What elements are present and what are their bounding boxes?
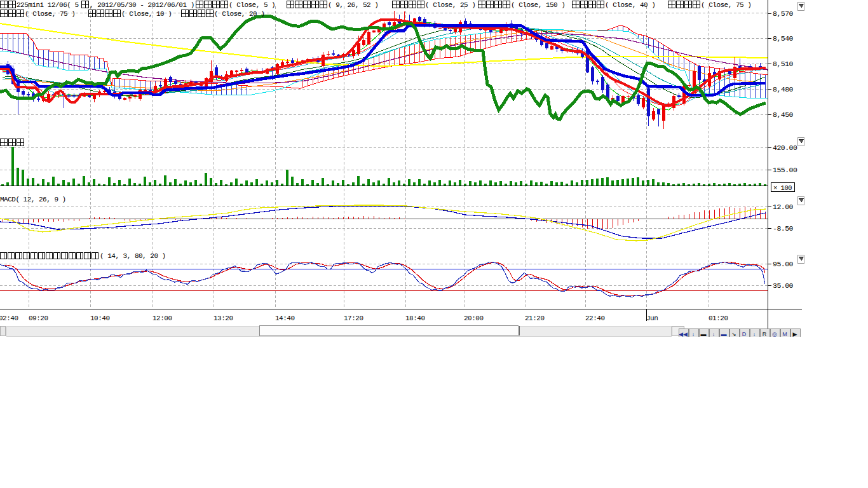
svg-text:▶: ▶	[793, 331, 797, 337]
svg-text:( Close, 40 ): ( Close, 40 )	[605, 1, 655, 9]
svg-text:17:20: 17:20	[344, 315, 363, 322]
svg-text:↓: ↓	[753, 331, 756, 337]
svg-text:( Close, 10 ): ( Close, 10 )	[121, 10, 172, 18]
svg-text:( Close, 75 ): ( Close, 75 )	[701, 1, 751, 9]
svg-text:( Close, 25 ): ( Close, 25 )	[425, 1, 475, 9]
svg-text:× 100: × 100	[773, 184, 792, 192]
svg-text:( 14, 3, 80, 20 ): ( 14, 3, 80, 20 )	[100, 252, 166, 260]
svg-text:◎: ◎	[772, 331, 777, 337]
svg-text:D: D	[742, 331, 747, 337]
svg-text:↓: ↓	[712, 331, 715, 337]
svg-text:MACD( 12, 26, 9 ): MACD( 12, 26, 9 )	[0, 196, 66, 203]
svg-text:, 2012/05/30 - 2012/06/01 ): , 2012/05/30 - 2012/06/01 )	[90, 1, 194, 9]
svg-text:10:40: 10:40	[90, 315, 110, 322]
svg-text:▬: ▬	[721, 331, 727, 337]
svg-text:225mini 12/06( 5: 225mini 12/06( 5	[17, 1, 79, 9]
svg-text:8,540: 8,540	[773, 34, 794, 43]
svg-text:02:40: 02:40	[0, 315, 18, 322]
svg-text:R: R	[763, 331, 767, 337]
svg-text:21:20: 21:20	[525, 315, 545, 322]
svg-text:95.00: 95.00	[773, 260, 794, 268]
svg-text:( Close, 20 ): ( Close, 20 )	[214, 10, 264, 18]
svg-text:↘: ↘	[731, 331, 736, 337]
svg-text:8,450: 8,450	[773, 111, 794, 119]
svg-text:14:40: 14:40	[275, 315, 295, 322]
svg-text:( 9, 26, 52 ): ( 9, 26, 52 )	[328, 1, 378, 9]
svg-text:155.00: 155.00	[773, 166, 797, 174]
svg-text:8,510: 8,510	[773, 60, 794, 68]
svg-text:↓: ↓	[692, 331, 695, 337]
svg-text:( Close, 75 ): ( Close, 75 )	[25, 10, 75, 18]
svg-text:12:00: 12:00	[153, 315, 172, 322]
svg-text:( Close, 150 ): ( Close, 150 )	[511, 1, 565, 9]
svg-text:35.00: 35.00	[773, 281, 794, 290]
svg-text:( Close, 5 ): ( Close, 5 )	[229, 1, 275, 9]
svg-text:M: M	[782, 331, 787, 337]
svg-text:20:00: 20:00	[464, 315, 484, 322]
svg-text:09:20: 09:20	[29, 315, 48, 322]
svg-text:22:40: 22:40	[585, 315, 605, 322]
svg-text:01:20: 01:20	[709, 315, 728, 322]
svg-text:◀◀: ◀◀	[679, 331, 688, 337]
svg-text:8,570: 8,570	[773, 10, 794, 18]
svg-text:420.00: 420.00	[773, 144, 797, 152]
svg-text:Jun: Jun	[646, 315, 658, 322]
svg-text:-8.50: -8.50	[773, 224, 794, 233]
svg-text:8,480: 8,480	[773, 85, 794, 93]
svg-text:12.00: 12.00	[773, 203, 794, 211]
svg-text:▬: ▬	[701, 331, 707, 337]
svg-text:18:40: 18:40	[405, 315, 425, 322]
svg-text:13:20: 13:20	[214, 315, 233, 322]
